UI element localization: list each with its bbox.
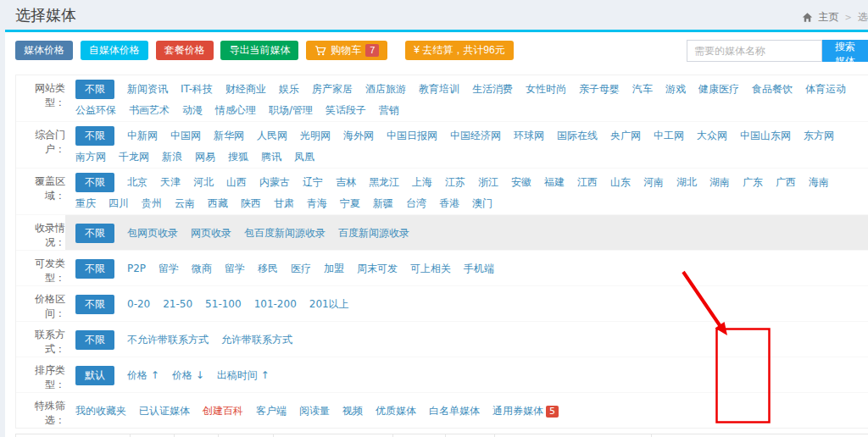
filter-option[interactable]: 大众网 (697, 128, 727, 144)
filter-option[interactable]: P2P (127, 261, 146, 277)
filter-option[interactable]: 酒店旅游 (365, 81, 406, 97)
media-price-button[interactable]: 媒体价格 (15, 41, 73, 60)
filter-option[interactable]: 不限 (75, 80, 114, 99)
filter-option[interactable]: 西藏 (208, 196, 228, 212)
filter-option[interactable]: 重庆 (75, 196, 96, 212)
filter-option[interactable]: 0-20 (127, 296, 150, 313)
filter-option[interactable]: 山东 (610, 174, 631, 191)
filter-option[interactable]: 千龙网 (119, 149, 149, 165)
filter-option[interactable]: 不限 (75, 224, 114, 243)
filter-option[interactable]: 央广网 (610, 128, 641, 144)
filter-option[interactable]: 甘肃 (274, 196, 294, 212)
breadcrumb-home[interactable]: 主页 (819, 10, 839, 25)
filter-option[interactable]: 娱乐 (279, 81, 299, 97)
filter-option[interactable]: 广东 (743, 174, 763, 191)
filter-option[interactable]: 不限 (75, 295, 114, 314)
filter-option[interactable]: 汽车 (632, 81, 653, 97)
filter-option[interactable]: 亲子母婴 (579, 81, 620, 97)
filter-option[interactable]: 国际在线 (557, 128, 598, 144)
filter-option[interactable]: 医疗 (291, 261, 311, 277)
filter-option[interactable]: 东方网 (804, 128, 834, 144)
filter-option[interactable]: 中国经济网 (450, 128, 501, 144)
filter-option[interactable]: 不允许带联系方式 (127, 332, 209, 348)
filter-option[interactable]: 辽宁 (303, 174, 323, 191)
filter-option[interactable]: 体育运动 (805, 81, 846, 97)
filter-option[interactable]: 职场/管理 (269, 102, 313, 119)
package-price-button[interactable]: 套餐价格 (156, 41, 214, 60)
filter-option[interactable]: 新华网 (214, 128, 244, 144)
filter-option[interactable]: 南方网 (75, 149, 106, 165)
filter-option[interactable]: 移民 (258, 261, 278, 277)
filter-option[interactable]: 台湾 (406, 196, 426, 212)
filter-option[interactable]: 黑龙江 (369, 174, 399, 191)
filter-option[interactable]: 51-100 (205, 296, 242, 313)
filter-option[interactable]: 财经商业 (225, 81, 266, 97)
filter-option[interactable]: 201以上 (309, 296, 349, 313)
filter-option[interactable]: 包百度新闻源收录 (244, 225, 326, 241)
filter-option[interactable]: 不限 (75, 126, 114, 146)
filter-option[interactable]: 微商 (192, 261, 212, 277)
filter-option[interactable]: 手机端 (464, 261, 494, 277)
filter-option[interactable]: 101-200 (254, 296, 297, 313)
filter-option[interactable]: 价格 ↑ (127, 368, 159, 384)
filter-option[interactable]: 中国日报网 (387, 128, 437, 144)
filter-option[interactable]: 食品餐饮 (752, 81, 793, 97)
filter-option[interactable]: 加盟 (324, 261, 344, 277)
filter-option[interactable]: 浙江 (478, 174, 498, 191)
filter-option[interactable]: 福建 (544, 174, 565, 191)
filter-option[interactable]: 21-50 (163, 296, 192, 313)
filter-option[interactable]: 白名单媒体 (429, 403, 480, 419)
filter-option[interactable]: 营销 (379, 102, 399, 119)
filter-option[interactable]: 女性时尚 (526, 81, 566, 97)
filter-option[interactable]: 默认 (75, 366, 114, 385)
filter-option[interactable]: 书画艺术 (129, 102, 170, 119)
search-input[interactable] (687, 40, 822, 62)
filter-option[interactable]: 中国山东网 (740, 128, 791, 144)
filter-option[interactable]: 阅读量 (299, 403, 330, 419)
filter-option[interactable]: 新疆 (373, 196, 393, 212)
filter-option[interactable]: 上海 (412, 174, 432, 191)
filter-option[interactable]: 海南 (809, 174, 829, 191)
filter-option[interactable]: 留学 (159, 261, 179, 277)
filter-option[interactable]: 山西 (226, 174, 247, 191)
filter-option[interactable]: 海外网 (343, 128, 374, 144)
filter-option[interactable]: 出稿时间 ↑ (217, 368, 270, 384)
filter-option[interactable]: 游戏 (665, 81, 686, 97)
filter-option[interactable]: 澳门 (472, 196, 492, 212)
filter-option[interactable]: 香港 (439, 196, 459, 212)
filter-option[interactable]: 安徽 (511, 174, 531, 191)
filter-option[interactable]: 新浪 (162, 149, 182, 165)
filter-option[interactable]: 动漫 (182, 102, 203, 119)
filter-option[interactable]: 吉林 (336, 174, 356, 191)
filter-option[interactable]: 北京 (127, 174, 147, 191)
filter-option[interactable]: 湖南 (709, 174, 730, 191)
filter-option[interactable]: 视频 (342, 403, 363, 419)
filter-option[interactable]: IT-科技 (181, 81, 213, 97)
filter-option[interactable]: 青海 (307, 196, 327, 212)
filter-option[interactable]: 已认证媒体 (139, 403, 190, 419)
filter-option[interactable]: 不限 (75, 259, 114, 279)
filter-option[interactable]: 健康医疗 (698, 81, 739, 97)
filter-option[interactable]: 人民网 (257, 128, 287, 144)
filter-option[interactable]: 中工网 (654, 128, 684, 144)
filter-option[interactable]: 优质媒体 (376, 403, 416, 419)
filter-option[interactable]: 新闻资讯 (127, 81, 168, 97)
filter-option[interactable]: 周末可发 (357, 261, 398, 277)
filter-option[interactable]: 价格 ↓ (172, 368, 204, 384)
filter-option[interactable]: 凤凰 (294, 149, 314, 165)
filter-option[interactable]: 包网页收录 (127, 225, 178, 241)
filter-option[interactable]: 江西 (577, 174, 598, 191)
filter-option[interactable]: 中国网 (170, 128, 201, 144)
filter-option[interactable]: 腾讯 (261, 149, 281, 165)
cart-button[interactable]: 购物车 7 (306, 41, 387, 60)
filter-option[interactable]: 江苏 (445, 174, 465, 191)
filter-option[interactable]: 不限 (75, 173, 114, 192)
filter-option[interactable]: 百度新闻源收录 (338, 225, 409, 241)
filter-option[interactable]: 广西 (776, 174, 796, 191)
filter-option[interactable]: 允许带联系方式 (221, 332, 292, 348)
filter-option[interactable]: 通用券媒体5 (492, 403, 559, 419)
filter-option[interactable]: 留学 (225, 261, 245, 277)
filter-option[interactable]: 网页收录 (191, 225, 231, 241)
filter-option[interactable]: 情感心理 (215, 102, 256, 119)
checkout-button[interactable]: ¥ 去结算，共计96元 (405, 41, 513, 60)
